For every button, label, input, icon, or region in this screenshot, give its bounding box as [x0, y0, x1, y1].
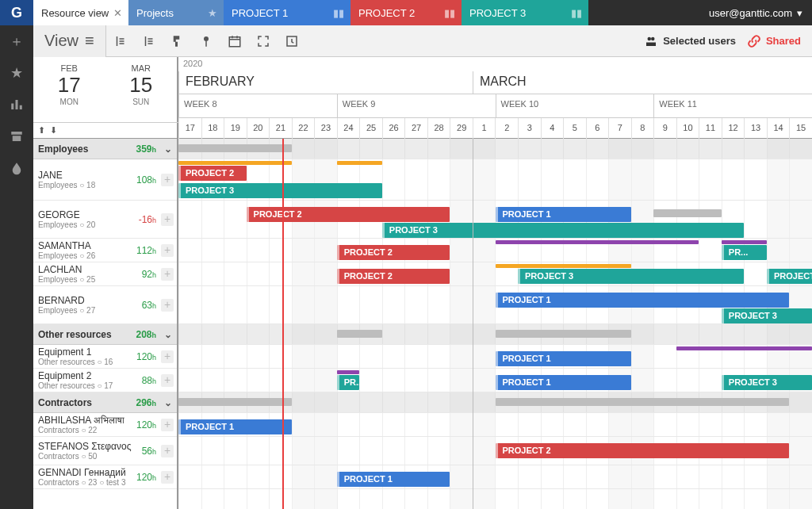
- task-bar[interactable]: [496, 240, 699, 244]
- selected-users-button[interactable]: Selected users: [644, 34, 736, 48]
- add-task-icon[interactable]: +: [161, 299, 174, 312]
- task-bar[interactable]: [337, 161, 382, 165]
- resource-row[interactable]: SAMANTHAEmployees ○ 26112h+: [33, 239, 177, 262]
- app-logo[interactable]: G: [0, 0, 33, 25]
- day-label: 27: [404, 118, 427, 139]
- task-bar[interactable]: PROJECT 2: [337, 269, 450, 284]
- star-icon[interactable]: ★: [208, 7, 217, 19]
- svg-point-11: [651, 36, 655, 40]
- chevron-down-icon[interactable]: ⌄: [164, 329, 172, 340]
- group-header[interactable]: Employees359h⌄: [33, 139, 177, 159]
- add-icon[interactable]: ＋: [0, 25, 33, 57]
- date-end-dow: SUN: [105, 98, 178, 106]
- task-bar[interactable]: PROJECT 1: [496, 207, 631, 222]
- resource-row[interactable]: GENNADI ГеннадийContractors ○ 23 ○ test …: [33, 465, 177, 489]
- drop-icon[interactable]: [0, 152, 33, 184]
- add-task-icon[interactable]: +: [161, 213, 174, 226]
- task-bar[interactable]: PROJECT 3: [722, 375, 812, 390]
- add-task-icon[interactable]: +: [161, 174, 174, 186]
- paint-icon[interactable]: [163, 25, 192, 57]
- chevron-down-icon[interactable]: ⌄: [164, 144, 172, 155]
- chevron-down-icon[interactable]: ⌄: [164, 397, 172, 408]
- task-bar[interactable]: PR..: [337, 375, 360, 390]
- resource-row[interactable]: STEFANOS ΣτεφανοςContractors ○ 5056h+: [33, 437, 177, 465]
- day-label: 14: [767, 118, 790, 139]
- sort-asc-icon[interactable]: ⬆: [38, 125, 45, 136]
- add-task-icon[interactable]: +: [161, 445, 174, 457]
- add-task-icon[interactable]: +: [161, 244, 174, 257]
- task-bar[interactable]: [653, 209, 722, 217]
- view-button[interactable]: View ≡: [33, 25, 106, 57]
- archive-icon[interactable]: [0, 121, 33, 152]
- history-icon[interactable]: [278, 25, 306, 57]
- group-header[interactable]: Other resources208h⌄: [33, 324, 177, 345]
- tab-project-2[interactable]: PROJECT 2 ▮▮: [350, 0, 462, 25]
- resource-row[interactable]: BERNARDEmployees ○ 2763h+: [33, 286, 177, 324]
- task-bar[interactable]: PROJECT 3: [767, 269, 812, 284]
- task-bar[interactable]: PROJECT 2: [178, 166, 247, 181]
- expand-icon[interactable]: [106, 25, 135, 57]
- resource-row[interactable]: ABHILASHA अभिलाषाContractors ○ 22120h+: [33, 413, 177, 437]
- bars-icon: ▮▮: [571, 7, 582, 19]
- add-task-icon[interactable]: +: [161, 350, 174, 363]
- collapse-icon[interactable]: [135, 25, 163, 57]
- task-bar[interactable]: PROJECT 1: [178, 419, 292, 434]
- task-bar[interactable]: [496, 398, 790, 406]
- close-icon[interactable]: ✕: [113, 7, 122, 19]
- resource-row[interactable]: LACHLANEmployees ○ 2592h+: [33, 262, 177, 286]
- task-bar[interactable]: [676, 346, 812, 350]
- svg-rect-6: [205, 41, 207, 47]
- task-bar[interactable]: PROJECT 1: [496, 351, 631, 366]
- add-task-icon[interactable]: +: [161, 374, 174, 387]
- day-label: 23: [314, 118, 337, 139]
- task-bar[interactable]: PROJECT 2: [496, 443, 790, 458]
- task-bar[interactable]: PROJECT 1: [496, 293, 790, 308]
- task-bar[interactable]: PROJECT 3: [518, 269, 744, 284]
- task-bar[interactable]: PROJECT 2: [247, 207, 450, 222]
- resource-row[interactable]: Equipment 2Other resources ○ 1788h+: [33, 369, 177, 392]
- day-label: 22: [292, 118, 315, 139]
- task-bar[interactable]: PROJECT 3: [178, 183, 382, 198]
- task-bar[interactable]: PROJECT 3: [382, 223, 745, 238]
- task-bar[interactable]: [178, 144, 292, 152]
- date-range[interactable]: FEB 17 MON MAR 15 SUN ⬆ ⬇: [33, 57, 178, 138]
- task-bar[interactable]: PROJECT 2: [337, 245, 450, 260]
- task-bar[interactable]: PROJECT 1: [337, 472, 450, 487]
- add-task-icon[interactable]: +: [161, 471, 174, 484]
- task-bar[interactable]: [337, 330, 382, 338]
- timeline-scale[interactable]: 2020 FEBRUARYMARCH WEEK 8WEEK 9WEEK 10WE…: [178, 57, 812, 138]
- sort-desc-icon[interactable]: ⬇: [50, 125, 57, 136]
- tab-projects[interactable]: Projects ★: [128, 0, 224, 25]
- resource-hours: 56h: [142, 446, 156, 457]
- group-header[interactable]: Contractors296h⌄: [33, 392, 177, 413]
- task-bar[interactable]: PROJECT 1: [496, 375, 631, 390]
- task-bar[interactable]: [722, 240, 767, 244]
- resource-row[interactable]: JANEEmployees ○ 18108h+: [33, 159, 177, 201]
- task-bar[interactable]: [178, 398, 292, 406]
- task-bar[interactable]: [337, 370, 360, 374]
- task-bar[interactable]: [496, 264, 631, 268]
- add-task-icon[interactable]: +: [161, 268, 174, 281]
- pin-icon[interactable]: [192, 25, 220, 57]
- day-label: 9: [653, 118, 676, 139]
- resource-row[interactable]: Equipment 1Other resources ○ 16120h+: [33, 345, 177, 369]
- tab-project-3[interactable]: PROJECT 3 ▮▮: [462, 0, 588, 25]
- shared-button[interactable]: Shared: [747, 34, 801, 48]
- tab-resource-view[interactable]: Resource view ✕: [33, 0, 128, 25]
- add-task-icon[interactable]: +: [161, 419, 174, 431]
- gantt-grid: Employees359h⌄JANEEmployees ○ 18108h+GEO…: [33, 139, 812, 509]
- task-bar[interactable]: [496, 330, 631, 338]
- user-menu[interactable]: user@ganttic.com ▾: [699, 0, 812, 25]
- resource-row[interactable]: GEORGEEmployees ○ 20-16h+: [33, 201, 177, 239]
- fullscreen-icon[interactable]: [249, 25, 278, 57]
- star-icon[interactable]: ★: [0, 57, 33, 89]
- tab-project-1[interactable]: PROJECT 1 ▮▮: [224, 0, 350, 25]
- chevron-down-icon: ▾: [797, 7, 802, 19]
- timeline-canvas[interactable]: PROJECT 2PROJECT 3PROJECT 2PROJECT 1PROJ…: [178, 139, 812, 509]
- task-bar[interactable]: [178, 161, 292, 165]
- chart-icon[interactable]: [0, 89, 33, 121]
- calendar-icon[interactable]: [220, 25, 249, 57]
- task-bar[interactable]: PROJECT 3: [722, 308, 812, 323]
- task-bar[interactable]: PR...: [722, 245, 767, 260]
- day-label: 10: [676, 118, 699, 139]
